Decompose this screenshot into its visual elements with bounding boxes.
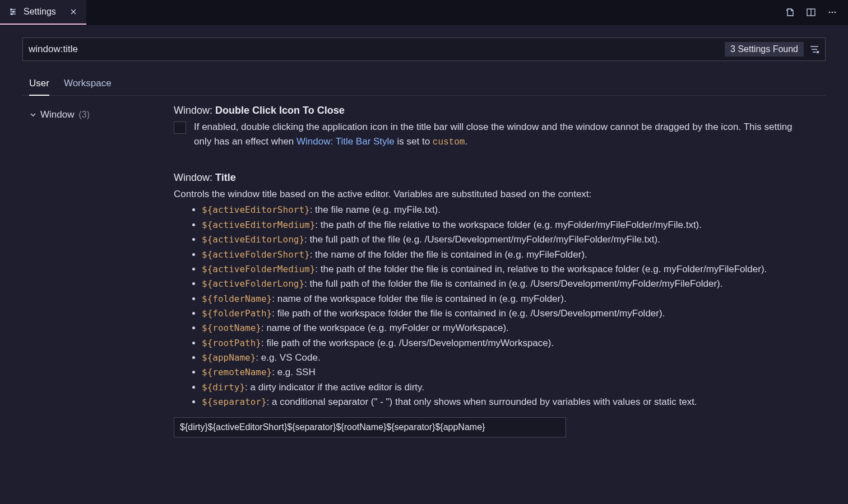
variable-list-item: ${activeEditorMedium}: the path of the f… [202, 218, 803, 232]
tree-item-window[interactable]: Window (3) [29, 107, 174, 123]
variable-list-item: ${activeFolderShort}: the name of the fo… [202, 248, 803, 262]
tree-item-label: Window [40, 109, 74, 120]
variable-text: : file path of the workspace (e.g. /User… [261, 338, 554, 348]
filter-icon[interactable] [808, 43, 821, 55]
variable-list-item: ${folderName}: name of the workspace fol… [202, 292, 803, 306]
variable-code: ${activeEditorShort} [202, 204, 310, 215]
svg-point-11 [832, 12, 833, 13]
chevron-down-icon [29, 111, 37, 119]
svg-point-12 [835, 12, 836, 13]
tab-settings[interactable]: Settings [0, 0, 86, 25]
variable-list-item: ${folderPath}: file path of the workspac… [202, 306, 803, 321]
setting-title: Window: Double Click Icon To Close [174, 105, 803, 116]
setting-name: Double Click Icon To Close [215, 105, 345, 116]
variable-text: : the full path of the folder the file i… [304, 278, 722, 289]
results-count-badge: 3 Settings Found [725, 42, 804, 57]
open-settings-json-icon[interactable] [784, 7, 795, 18]
settings-search-input[interactable] [29, 44, 725, 55]
setting-window-title: Window: Title Controls the window title … [174, 172, 803, 437]
variable-list-item: ${activeFolderLong}: the full path of th… [202, 277, 803, 291]
settings-tree: Window (3) [22, 105, 174, 460]
variable-code: ${folderPath} [202, 308, 272, 319]
window-title-input[interactable] [174, 417, 566, 437]
settings-body: Window (3) Window: Double Click Icon To … [22, 105, 826, 460]
variable-list-item: ${dirty}: a dirty indicator if the activ… [202, 380, 803, 395]
variable-code: ${rootPath} [202, 338, 261, 348]
setting-control-row: If enabled, double clicking the applicat… [174, 120, 803, 150]
checkbox[interactable] [174, 122, 186, 134]
setting-description: If enabled, double clicking the applicat… [194, 120, 803, 150]
variable-list-item: ${rootPath}: file path of the workspace … [202, 336, 803, 351]
variable-list-item: ${activeEditorShort}: the file name (e.g… [202, 203, 803, 217]
variable-text: : file path of the workspace folder the … [272, 308, 665, 319]
variable-code: ${folderName} [202, 293, 272, 304]
variable-code: ${activeFolderMedium} [202, 264, 315, 274]
variable-text: : e.g. SSH [272, 367, 315, 377]
svg-point-5 [11, 13, 12, 15]
variable-code: ${activeFolderLong} [202, 278, 304, 289]
tab-group-right [784, 0, 848, 25]
variable-text: : the file name (e.g. myFile.txt). [310, 204, 441, 215]
settings-list-icon [8, 7, 18, 17]
close-icon[interactable] [68, 7, 78, 17]
tab-title: Settings [24, 7, 56, 17]
more-actions-icon[interactable] [827, 7, 838, 18]
svg-point-10 [829, 12, 831, 13]
settings-search-row: 3 Settings Found [22, 38, 826, 61]
svg-point-3 [11, 9, 12, 10]
variable-text: : the path of the folder the file is con… [315, 264, 767, 274]
variable-text: : a dirty indicator if the active editor… [245, 382, 424, 393]
setting-title: Window: Title [174, 172, 803, 184]
variable-list-item: ${activeEditorLong}: the full path of th… [202, 232, 803, 247]
desc-text: . [465, 136, 467, 147]
variable-list-item: ${separator}: a conditional separator ("… [202, 395, 803, 409]
variable-code: ${remoteName} [202, 367, 272, 377]
variable-code: ${activeFolderShort} [202, 249, 310, 260]
desc-text: is set to [395, 136, 433, 147]
variable-text: : the path of the file relative to the w… [315, 220, 702, 230]
setting-scope: Window: [174, 105, 212, 116]
variable-text: : e.g. VS Code. [256, 352, 320, 363]
variable-code: ${rootName} [202, 323, 261, 333]
link-title-bar-style[interactable]: Window: Title Bar Style [296, 136, 395, 147]
variable-text: : the full path of the file (e.g. /Users… [304, 234, 660, 245]
tab-group-left: Settings [0, 0, 86, 25]
setting-double-click-icon-to-close: Window: Double Click Icon To Close If en… [174, 105, 803, 150]
variable-text: : name of the workspace folder the file … [272, 293, 566, 304]
variable-list: ${activeEditorShort}: the file name (e.g… [174, 203, 803, 409]
tree-item-count: (3) [78, 110, 90, 120]
variable-code: ${appName} [202, 352, 256, 363]
scope-tab-workspace[interactable]: Workspace [64, 73, 112, 95]
settings-editor: 3 Settings Found User Workspace Window (… [0, 25, 848, 460]
settings-list: Window: Double Click Icon To Close If en… [174, 105, 826, 460]
variable-code: ${activeEditorLong} [202, 234, 304, 245]
scope-tab-user[interactable]: User [29, 73, 49, 96]
split-editor-icon[interactable] [805, 7, 817, 18]
variable-code: ${dirty} [202, 382, 245, 393]
variable-list-item: ${appName}: e.g. VS Code. [202, 351, 803, 365]
setting-scope: Window: [174, 172, 212, 183]
desc-text: If enabled, double clicking the applicat… [194, 122, 793, 147]
variable-list-item: ${rootName}: name of the workspace (e.g.… [202, 321, 803, 335]
settings-scope-tabs: User Workspace [22, 73, 826, 96]
variable-text: : the name of the folder the file is con… [310, 249, 587, 260]
code-literal: custom [433, 137, 465, 147]
setting-description: Controls the window title based on the a… [174, 187, 803, 202]
editor-tab-bar: Settings [0, 0, 848, 25]
setting-name: Title [215, 172, 236, 183]
variable-text: : a conditional separator (" - ") that o… [267, 396, 697, 407]
variable-list-item: ${activeFolderMedium}: the path of the f… [202, 262, 803, 277]
svg-point-4 [13, 11, 14, 12]
variable-code: ${activeEditorMedium} [202, 220, 315, 230]
variable-code: ${separator} [202, 396, 267, 407]
variable-list-item: ${remoteName}: e.g. SSH [202, 365, 803, 380]
variable-text: : name of the workspace (e.g. myFolder o… [261, 323, 509, 333]
